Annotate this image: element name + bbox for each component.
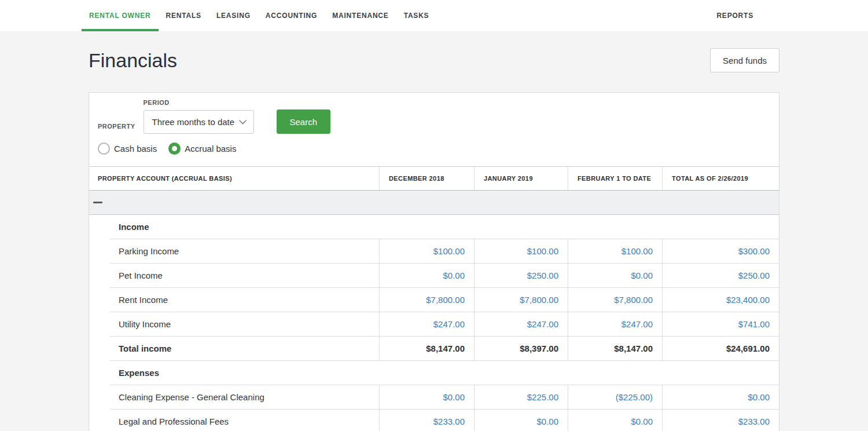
row-label: Rent Income [110, 288, 379, 312]
collapse-row[interactable] [89, 191, 779, 215]
tab-rentals[interactable]: Rentals [159, 0, 209, 31]
amount-link[interactable]: $0.00 [536, 417, 558, 426]
property-filter-group: Property [98, 123, 135, 134]
section-row-income: Income [89, 215, 779, 239]
row-gutter [89, 264, 110, 288]
table-row-legal-fees: Legal and Professional Fees $233.00 $0.0… [89, 410, 779, 431]
basis-radio-group: Cash basis Accrual basis [98, 143, 770, 166]
table-header-row: Property account (accrual basis) Decembe… [89, 167, 779, 191]
column-header-december: December 2018 [379, 167, 474, 190]
amount-link[interactable]: $225.00 [527, 392, 558, 402]
send-funds-button[interactable]: Send funds [710, 48, 779, 72]
table-row-rent-income: Rent Income $7,800.00 $7,800.00 $7,800.0… [89, 288, 779, 312]
total-amount: $8,147.00 [379, 337, 474, 360]
amount-link[interactable]: $233.00 [433, 417, 465, 426]
chevron-down-icon [239, 120, 247, 125]
row-gutter [89, 239, 110, 264]
amount-link[interactable]: $300.00 [738, 246, 770, 256]
search-button[interactable]: Search [277, 109, 331, 134]
amount-link[interactable]: $233.00 [738, 417, 770, 426]
accrual-basis-radio[interactable]: Accrual basis [168, 143, 236, 155]
period-select[interactable]: Three months to date [144, 110, 254, 134]
amount-link[interactable]: $741.00 [738, 319, 770, 329]
row-label: Cleaning Expense - General Cleaning [110, 385, 379, 409]
page-header: Financials Send funds [89, 48, 779, 72]
tab-leasing[interactable]: Leasing [209, 0, 258, 31]
cash-basis-radio[interactable]: Cash basis [98, 143, 157, 155]
amount-link[interactable]: $100.00 [621, 246, 653, 256]
table-row-parking-income: Parking Income $100.00 $100.00 $100.00 $… [89, 239, 779, 264]
amount-link[interactable]: $7,800.00 [520, 295, 558, 305]
table-row-pet-income: Pet Income $0.00 $250.00 $0.00 $250.00 [89, 264, 779, 288]
row-gutter [89, 215, 110, 239]
page-container: Financials Send funds Property Period Th… [89, 48, 779, 431]
row-gutter [89, 385, 110, 410]
amount-link[interactable]: $7,800.00 [426, 295, 465, 305]
total-amount: $8,147.00 [568, 337, 662, 360]
amount-link[interactable]: $0.00 [631, 417, 653, 426]
total-amount: $8,397.00 [474, 337, 568, 360]
table-row-total-income: Total income $8,147.00 $8,397.00 $8,147.… [89, 337, 779, 361]
period-select-value: Three months to date [152, 117, 235, 127]
amount-link[interactable]: $0.00 [748, 392, 770, 402]
column-header-january: January 2019 [474, 167, 568, 190]
table-row-cleaning-expense: Cleaning Expense - General Cleaning $0.0… [89, 385, 779, 410]
section-label: Income [110, 215, 779, 239]
property-label: Property [98, 123, 135, 130]
tab-tasks[interactable]: Tasks [396, 0, 437, 31]
amount-link[interactable]: $7,800.00 [614, 295, 653, 305]
financials-table: Property account (accrual basis) Decembe… [89, 166, 779, 431]
tab-accounting[interactable]: Accounting [258, 0, 325, 31]
accrual-basis-label: Accrual basis [185, 144, 236, 154]
amount-link[interactable]: $247.00 [433, 319, 465, 329]
amount-link[interactable]: $247.00 [621, 319, 653, 329]
row-gutter [89, 410, 110, 431]
row-label: Pet Income [110, 264, 379, 287]
radio-selected-icon [168, 143, 181, 155]
amount-link[interactable]: $0.00 [443, 271, 465, 280]
cash-basis-label: Cash basis [114, 144, 157, 154]
column-header-account: Property account (accrual basis) [89, 167, 379, 190]
amount-link[interactable]: $0.00 [631, 271, 653, 280]
tab-maintenance[interactable]: Maintenance [325, 0, 396, 31]
row-label: Parking Income [110, 239, 379, 263]
row-gutter [89, 288, 110, 312]
tab-reports[interactable]: Reports [709, 0, 761, 31]
table-body: Income Parking Income $100.00 $100.00 $1… [89, 215, 779, 431]
row-gutter [89, 312, 110, 337]
section-row-expenses: Expenses [89, 361, 779, 385]
period-filter-group: Period Three months to date [144, 99, 254, 134]
row-gutter [89, 361, 110, 385]
tab-rental-owner[interactable]: Rental owner [82, 0, 159, 31]
amount-link[interactable]: $0.00 [443, 392, 465, 402]
amount-link[interactable]: $23,400.00 [726, 295, 770, 305]
total-row-label: Total income [110, 337, 379, 360]
amount-link[interactable]: $100.00 [433, 246, 465, 256]
amount-link[interactable]: $100.00 [527, 246, 558, 256]
nav-left-group: Rental owner Rentals Leasing Accounting … [82, 0, 436, 31]
page-title: Financials [89, 50, 177, 70]
collapse-icon [93, 202, 102, 203]
table-row-utility-income: Utility Income $247.00 $247.00 $247.00 $… [89, 312, 779, 337]
nav-right-group: Reports [709, 0, 761, 31]
total-amount: $24,691.00 [662, 337, 779, 360]
row-gutter [89, 337, 110, 361]
filters-area: Property Period Three months to date Sea… [89, 93, 779, 166]
amount-link[interactable]: $250.00 [527, 271, 558, 280]
column-header-february: February 1 to date [568, 167, 662, 190]
row-label: Legal and Professional Fees [110, 410, 379, 431]
amount-link[interactable]: ($225.00) [616, 392, 653, 402]
amount-link[interactable]: $247.00 [527, 319, 558, 329]
amount-link[interactable]: $250.00 [738, 271, 770, 280]
financials-panel: Property Period Three months to date Sea… [89, 92, 779, 431]
radio-unselected-icon [98, 143, 110, 155]
top-nav: Rental owner Rentals Leasing Accounting … [0, 0, 868, 31]
row-label: Utility Income [110, 312, 379, 336]
section-label: Expenses [110, 361, 779, 385]
column-header-total: Total as of 2/26/2019 [662, 167, 779, 190]
filters-row: Property Period Three months to date Sea… [98, 99, 770, 134]
period-label: Period [144, 99, 254, 106]
